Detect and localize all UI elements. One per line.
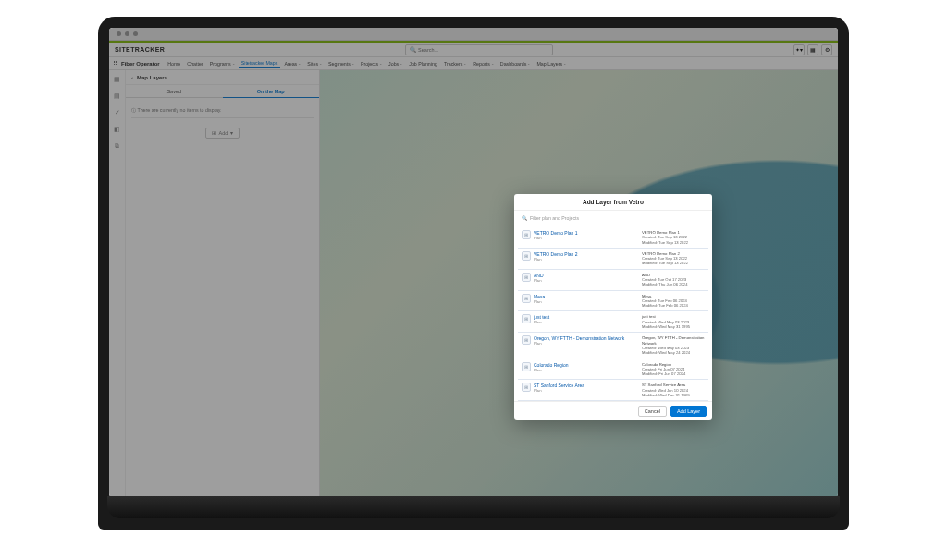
row-type: Plan bbox=[534, 257, 639, 262]
layer-list-row[interactable]: ⊞VETRO Demo Plan 2PlanVETRO Demo Plan 2C… bbox=[518, 249, 708, 270]
plan-icon: ⊞ bbox=[522, 294, 531, 303]
modal-backdrop[interactable] bbox=[109, 28, 838, 497]
add-layer-submit-button[interactable]: Add Layer bbox=[670, 406, 707, 417]
row-name: Oregon, WY FTTH - Demonstration Network bbox=[534, 335, 639, 341]
row-type: Plan bbox=[534, 299, 639, 304]
row-details: just testCreated: Wed May 03 2023Modifie… bbox=[642, 314, 705, 329]
modal-filter-input[interactable]: 🔍 Filter plan and Projects bbox=[514, 211, 712, 225]
plan-icon: ⊞ bbox=[522, 273, 531, 282]
plan-icon: ⊞ bbox=[522, 335, 531, 345]
row-details: VETRO Demo Plan 2Created: Tue Sep 13 202… bbox=[642, 251, 705, 266]
app-screen: SITETRACKER 🔍 ✦▾ ▦ ⚙ ⠿ Fiber Operator Ho… bbox=[109, 28, 838, 497]
row-details: VETRO Demo Plan 1Created: Tue Sep 13 202… bbox=[642, 230, 705, 245]
row-type: Plan bbox=[534, 236, 639, 240]
row-type: Plan bbox=[534, 341, 639, 346]
search-icon: 🔍 bbox=[522, 215, 527, 221]
laptop-frame-base bbox=[107, 496, 840, 518]
cancel-button[interactable]: Cancel bbox=[638, 406, 667, 417]
layer-list-row[interactable]: ⊞Oregon, WY FTTH - Demonstration Network… bbox=[518, 333, 708, 359]
row-details: MesaCreated: Tue Feb 06 2024Modified: Tu… bbox=[642, 294, 705, 309]
row-details: Oregon, WY FTTH - Demonstration NetworkC… bbox=[642, 335, 705, 355]
modal-title: Add Layer from Vetro bbox=[514, 194, 712, 211]
modal-layer-list: ⊞VETRO Demo Plan 1PlanVETRO Demo Plan 1C… bbox=[514, 225, 712, 401]
add-layer-modal: Add Layer from Vetro 🔍 Filter plan and P… bbox=[514, 194, 712, 420]
layer-list-row[interactable]: ⊞MesaPlanMesaCreated: Tue Feb 06 2024Mod… bbox=[518, 291, 708, 312]
row-type: Plan bbox=[534, 368, 639, 372]
plan-icon: ⊞ bbox=[522, 251, 531, 261]
plan-icon: ⊞ bbox=[522, 383, 531, 392]
plan-icon: ⊞ bbox=[522, 314, 531, 323]
layer-list-row[interactable]: ⊞ANDPlanANDCreated: Tue Oct 17 2023Modif… bbox=[518, 270, 708, 291]
row-details: ST Sanford Service AreaCreated: Wed Jan … bbox=[642, 383, 705, 397]
row-type: Plan bbox=[534, 320, 639, 324]
layer-list-row[interactable]: ⊞just testPlanjust testCreated: Wed May … bbox=[518, 311, 708, 333]
layer-list-row[interactable]: ⊞VETRO Demo Plan 1PlanVETRO Demo Plan 1C… bbox=[518, 227, 708, 249]
row-details: Colorado RegionCreated: Fri Jun 07 2024M… bbox=[642, 362, 705, 377]
row-type: Plan bbox=[534, 388, 639, 393]
layer-list-row[interactable]: ⊞ST Sanford Service AreaPlanST Sanford S… bbox=[518, 380, 708, 401]
plan-icon: ⊞ bbox=[522, 362, 531, 371]
row-type: Plan bbox=[534, 278, 639, 283]
row-details: ANDCreated: Tue Oct 17 2023Modified: Thu… bbox=[642, 273, 705, 287]
layer-list-row[interactable]: ⊞Colorado RegionPlanColorado RegionCreat… bbox=[518, 359, 708, 381]
plan-icon: ⊞ bbox=[522, 230, 531, 239]
